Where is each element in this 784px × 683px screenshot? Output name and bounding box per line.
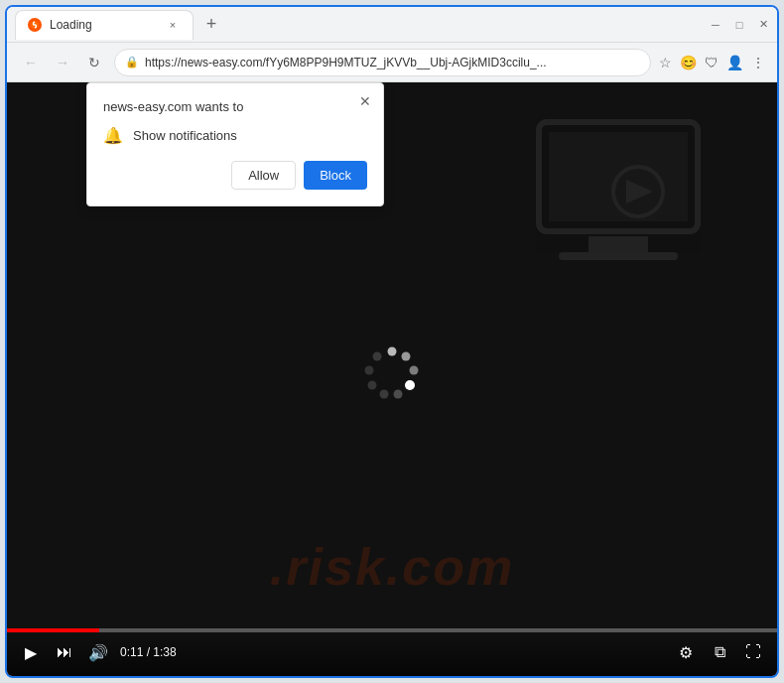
- svg-point-14: [373, 352, 382, 361]
- block-button[interactable]: Block: [304, 161, 367, 190]
- permission-label: Show notifications: [133, 128, 237, 143]
- tab-favicon-icon: [28, 18, 42, 32]
- skip-button[interactable]: ⏭: [53, 640, 76, 664]
- time-display: 0:11 / 1:38: [120, 645, 177, 659]
- title-bar: Loading × + ─ □ ✕: [7, 7, 777, 43]
- active-tab[interactable]: Loading ×: [15, 10, 194, 40]
- address-url: https://news-easy.com/fYy6M8PP9H9MTUZ_jK…: [145, 56, 640, 69]
- settings-button[interactable]: ⚙: [674, 640, 698, 664]
- right-controls: ⚙ ⧉ ⛶: [674, 640, 765, 664]
- svg-point-10: [394, 390, 403, 399]
- forward-button[interactable]: →: [51, 51, 74, 74]
- popup-close-button[interactable]: ✕: [355, 91, 375, 111]
- menu-icon[interactable]: ⋮: [751, 55, 765, 70]
- address-bar-input[interactable]: 🔒 https://news-easy.com/fYy6M8PP9H9MTUZ_…: [114, 49, 651, 76]
- svg-point-11: [380, 390, 389, 399]
- back-button[interactable]: ←: [19, 51, 43, 74]
- allow-button[interactable]: Allow: [231, 161, 296, 190]
- fullscreen-button[interactable]: ⛶: [741, 640, 765, 664]
- new-tab-button[interactable]: +: [197, 11, 225, 39]
- address-bar: ← → ↻ 🔒 https://news-easy.com/fYy6M8PP9H…: [7, 43, 777, 82]
- miniplayer-button[interactable]: ⧉: [708, 640, 731, 664]
- restore-button[interactable]: □: [733, 19, 745, 31]
- window-controls: ─ □ ✕: [710, 19, 769, 31]
- back-icon: ←: [24, 55, 38, 70]
- progress-bar[interactable]: [7, 628, 777, 632]
- notification-popup: ✕ news-easy.com wants to 🔔 Show notifica…: [86, 82, 384, 206]
- lock-icon: 🔒: [125, 56, 139, 68]
- minimize-button[interactable]: ─: [710, 19, 721, 31]
- tab-title: Loading: [50, 18, 157, 32]
- bookmark-star-icon[interactable]: ☆: [659, 55, 672, 70]
- forward-icon: →: [56, 55, 69, 70]
- loading-spinner: [362, 343, 422, 403]
- watermark-text: .risk.com: [270, 537, 514, 597]
- svg-rect-4: [559, 252, 678, 260]
- svg-point-7: [402, 352, 411, 361]
- toolbar-icons: ☆ 😊 🛡 👤 ⋮: [659, 55, 765, 70]
- popup-buttons: Allow Block: [103, 161, 367, 190]
- close-button[interactable]: ✕: [757, 19, 769, 31]
- browser-window: Loading × + ─ □ ✕ ← → ↻ 🔒 https://news-e…: [5, 5, 779, 678]
- video-controls: ▶ ⏭ 🔊 0:11 / 1:38 ⚙ ⧉ ⛶: [7, 628, 777, 676]
- svg-point-15: [405, 380, 415, 390]
- refresh-button[interactable]: ↻: [82, 51, 106, 74]
- svg-point-8: [410, 366, 419, 375]
- refresh-icon: ↻: [88, 55, 100, 70]
- popup-title: news-easy.com wants to: [103, 99, 367, 114]
- viewport: .risk.com ▶ ⏭: [7, 82, 777, 676]
- progress-fill: [7, 628, 99, 632]
- volume-button[interactable]: 🔊: [86, 640, 110, 664]
- play-button[interactable]: ▶: [19, 640, 43, 664]
- emoji-icon[interactable]: 😊: [680, 55, 697, 70]
- bell-icon: 🔔: [103, 126, 123, 145]
- account-icon[interactable]: 👤: [726, 55, 743, 70]
- svg-point-6: [388, 347, 397, 356]
- shield-icon[interactable]: 🛡: [705, 55, 719, 70]
- tab-bar: Loading × +: [15, 7, 698, 42]
- svg-point-12: [368, 381, 377, 390]
- tab-close-icon[interactable]: ×: [165, 17, 181, 33]
- svg-point-13: [365, 366, 374, 375]
- popup-permission-row: 🔔 Show notifications: [103, 126, 367, 145]
- pc-watermark-graphic: [519, 112, 718, 295]
- svg-rect-3: [588, 236, 648, 252]
